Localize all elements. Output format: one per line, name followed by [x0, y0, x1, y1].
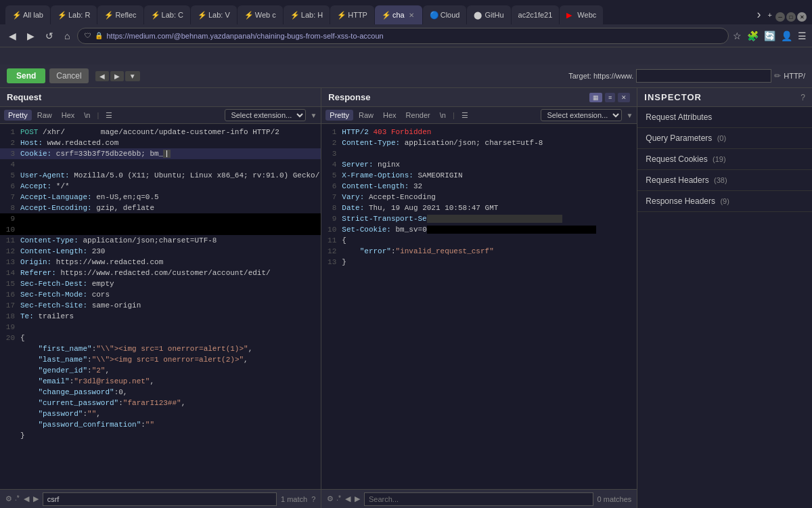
response-panel-tabs: Pretty Raw Hex Render \n | ☰ Select exte…: [321, 107, 637, 124]
target-url-input[interactable]: [636, 69, 771, 83]
inspector-item-count: (19): [713, 155, 726, 163]
tab-http[interactable]: ⚡ HTTP: [330, 5, 374, 24]
search-next-icon2[interactable]: ▶: [355, 494, 360, 503]
lock-icon: 🛡: [85, 32, 91, 39]
close-button[interactable]: ✕: [797, 12, 807, 22]
inspector-item-query-parameters[interactable]: Query Parameters (0): [637, 128, 812, 149]
chevron-down-icon[interactable]: ▼: [310, 112, 317, 119]
chevron-down-icon[interactable]: ▼: [626, 112, 633, 119]
request-tab-hex[interactable]: Hex: [58, 110, 79, 121]
tab-lab-c[interactable]: ⚡ Lab: C: [144, 5, 190, 24]
regex-icon[interactable]: .*: [15, 494, 20, 503]
response-content[interactable]: 1 HTTP/2 403 Forbidden 2 Content-Type: a…: [321, 124, 637, 489]
sync-icon[interactable]: 🔄: [764, 30, 775, 41]
tab-favicon: ⚡: [104, 11, 112, 19]
prev-button[interactable]: ◀: [95, 71, 109, 81]
response-tab-raw[interactable]: Raw: [355, 110, 378, 121]
search-prev-icon2[interactable]: ◀: [345, 494, 351, 503]
send-button[interactable]: Send: [7, 68, 45, 83]
inspector-item-request-cookies[interactable]: Request Cookies (19): [637, 149, 812, 170]
inspector-item-count: (9): [720, 197, 729, 205]
search-settings-icon[interactable]: ⚙: [327, 494, 334, 503]
view-icon-grid[interactable]: ▦: [589, 93, 602, 102]
tab-favicon: ⚡: [382, 11, 390, 19]
address-bar[interactable]: 🛡 🔒 https://medium.com/@behnam.yazdanpan…: [77, 28, 729, 44]
response-tab-render[interactable]: Render: [402, 110, 434, 121]
inspector-item-label: Query Parameters: [646, 133, 712, 143]
tab-favicon: ⚡: [244, 11, 252, 19]
inspector-item-label: Response Headers: [646, 196, 715, 206]
next-button[interactable]: ▶: [110, 71, 124, 81]
code-line: 4 Server: nginx: [321, 159, 637, 170]
code-line: 8 Accept-Encoding: gzip, deflate: [0, 203, 321, 213]
bookmark-icon[interactable]: ☆: [733, 30, 742, 41]
request-match-count: 1 match: [281, 495, 307, 503]
back-button[interactable]: ◀: [5, 29, 20, 43]
view-icon-x[interactable]: ✕: [618, 93, 630, 102]
tab-favicon: 🔵: [430, 11, 438, 19]
tab-lab-v[interactable]: ⚡ Lab: V: [191, 5, 237, 24]
close-icon[interactable]: ✕: [407, 12, 415, 19]
minimize-button[interactable]: ─: [775, 12, 785, 22]
code-line: 1 POST /xhr/ mage/account/update-custome…: [0, 127, 321, 137]
tab-ac2[interactable]: ac2c1fe21: [512, 5, 560, 24]
code-line: "current_password":"fararI123##",: [0, 398, 321, 408]
request-tab-icon[interactable]: ☰: [102, 110, 116, 121]
request-tab-raw[interactable]: Raw: [33, 110, 56, 121]
code-line-highlight: 3 Cookie: csrf=33b3f75db2e6bb; bm_|: [0, 148, 321, 159]
search-icons: ⚙ .*: [5, 494, 20, 503]
address-text: https://medium.com/@behnam.yazdanpanah/c…: [106, 32, 383, 40]
tab-cloud[interactable]: 🔵 Cloud: [423, 5, 467, 24]
search-settings-icon[interactable]: ⚙: [5, 494, 12, 503]
request-panel-header: Request: [0, 88, 321, 107]
http-label: HTTP/: [784, 72, 805, 80]
tab-lab-h[interactable]: ⚡ Lab: H: [284, 5, 330, 24]
code-line: 7 Accept-Language: en-US,en;q=0.5: [0, 192, 321, 203]
request-tab-pretty[interactable]: Pretty: [4, 110, 32, 121]
profile-icon[interactable]: 👤: [781, 30, 792, 41]
response-select-extension[interactable]: Select extension...: [541, 109, 622, 121]
new-tab-button[interactable]: ›: [753, 7, 765, 22]
request-tab-ln[interactable]: \n: [80, 110, 94, 121]
tab-github[interactable]: ⬤ GitHu: [467, 5, 510, 24]
tab-label: All lab: [23, 11, 43, 19]
response-tab-ln[interactable]: \n: [436, 110, 450, 121]
regex-icon[interactable]: .*: [336, 494, 341, 503]
tab-cha[interactable]: ⚡ cha ✕: [375, 5, 422, 24]
maximize-button[interactable]: □: [786, 12, 796, 22]
code-line: 11 {: [321, 235, 637, 246]
inspector-item-response-headers[interactable]: Response Headers (9): [637, 191, 812, 212]
extensions-icon[interactable]: 🧩: [747, 30, 759, 41]
tab-controls: › +: [753, 7, 772, 24]
tab-lab-r[interactable]: ⚡ Lab: R: [51, 5, 97, 24]
reload-button[interactable]: ↺: [42, 29, 57, 43]
response-tab-pretty[interactable]: Pretty: [325, 110, 353, 121]
request-content[interactable]: 1 POST /xhr/ mage/account/update-custome…: [0, 124, 321, 489]
response-tab-icon[interactable]: ☰: [457, 110, 472, 121]
inspector-item-request-attributes[interactable]: Request Attributes: [637, 107, 812, 128]
tab-all-labs[interactable]: ⚡ All lab: [5, 5, 50, 24]
search-prev-icon[interactable]: ◀: [24, 494, 29, 503]
cancel-button[interactable]: Cancel: [49, 68, 88, 83]
view-icon-list[interactable]: ≡: [605, 93, 615, 102]
tab-webc[interactable]: ▶ Webc: [560, 5, 603, 24]
response-search-bar: ⚙ .* ◀ ▶ 0 matches: [321, 489, 637, 508]
forward-button[interactable]: ▶: [24, 29, 38, 43]
inspector-item-request-headers[interactable]: Request Headers (38): [637, 170, 812, 191]
request-search-input[interactable]: [43, 492, 277, 506]
home-button[interactable]: ⌂: [61, 29, 73, 43]
menu-icon[interactable]: ☰: [798, 30, 807, 41]
tab-web-c[interactable]: ⚡ Web c: [238, 5, 283, 24]
search-help-icon[interactable]: ?: [311, 495, 315, 503]
request-select-extension[interactable]: Select extension...: [225, 109, 306, 121]
history-button[interactable]: ▼: [125, 71, 140, 81]
response-search-input[interactable]: [364, 492, 593, 506]
edit-target-button[interactable]: ✏: [774, 71, 781, 81]
response-tab-hex[interactable]: Hex: [379, 110, 401, 121]
inspector-title: INSPECTOR: [644, 92, 702, 102]
inspector-item-count: (38): [714, 176, 727, 184]
search-next-icon[interactable]: ▶: [33, 494, 39, 503]
tab-reflec[interactable]: ⚡ Reflec: [97, 5, 143, 24]
inspector-help-icon[interactable]: ?: [800, 93, 805, 102]
tab-overflow-icon[interactable]: +: [768, 11, 772, 19]
